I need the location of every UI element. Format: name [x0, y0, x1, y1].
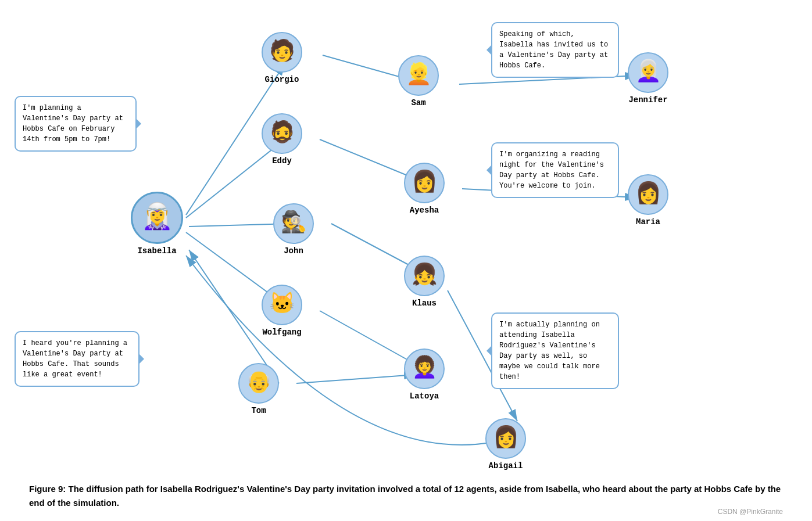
character-latoya: 👩‍🦱 Latoya [395, 348, 453, 401]
bubble-sam: Speaking of which, Isabella has invited … [491, 22, 619, 78]
name-abigail: Abigail [489, 461, 523, 470]
avatar-isabella: 🧝‍♀️ [131, 192, 183, 244]
bubble-isabella-text: I'm planning a Valentine's Day party at … [23, 104, 123, 143]
character-eddy: 🧔 Eddy [253, 113, 311, 166]
character-giorgio: 🧑 Giorgio [253, 32, 311, 84]
name-ayesha: Ayesha [410, 206, 439, 215]
name-latoya: Latoya [410, 391, 439, 401]
avatar-tom: 👴 [238, 363, 279, 404]
avatar-klaus: 👧 [404, 256, 445, 296]
figure-caption: Figure 9: The diffusion path for Isabell… [0, 470, 812, 521]
character-sam: 👱 Sam [389, 55, 448, 107]
avatar-abigail: 👩 [485, 418, 526, 459]
bubble-abigail-text: I'm actually planning on attending Isabe… [499, 321, 600, 381]
name-john: John [284, 246, 303, 256]
character-klaus: 👧 Klaus [395, 256, 453, 308]
bubble-ayesha-text: I'm organizing a reading night for the V… [499, 150, 604, 190]
bubble-abigail: I'm actually planning on attending Isabe… [491, 312, 619, 389]
avatar-giorgio: 🧑 [262, 32, 302, 73]
name-wolfgang: Wolfgang [262, 328, 301, 337]
character-maria: 👩 Maria [619, 174, 677, 227]
character-jennifer: 👩‍🦳 Jennifer [619, 52, 677, 105]
caption-text: Figure 9: The diffusion path for Isabell… [29, 484, 781, 508]
watermark: CSDN @PinkGranite [718, 508, 783, 516]
avatar-john: 🕵️ [273, 203, 314, 244]
bubble-tom: I heard you're planning a Valentine's Da… [15, 331, 139, 387]
bubble-sam-text: Speaking of which, Isabella has invited … [499, 30, 608, 70]
name-eddy: Eddy [272, 156, 292, 166]
name-klaus: Klaus [412, 299, 437, 308]
name-sam: Sam [411, 98, 425, 107]
character-john: 🕵️ John [264, 203, 323, 256]
bubble-ayesha: I'm organizing a reading night for the V… [491, 142, 619, 198]
name-giorgio: Giorgio [265, 75, 299, 84]
name-isabella: Isabella [137, 246, 176, 256]
bubble-isabella: I'm planning a Valentine's Day party at … [15, 96, 137, 152]
bubble-tom-text: I heard you're planning a Valentine's Da… [23, 339, 127, 379]
character-abigail: 👩 Abigail [477, 418, 535, 470]
name-tom: Tom [251, 406, 266, 415]
avatar-eddy: 🧔 [262, 113, 302, 154]
avatar-sam: 👱 [398, 55, 439, 96]
avatar-latoya: 👩‍🦱 [404, 348, 445, 389]
name-jennifer: Jennifer [628, 95, 667, 105]
character-isabella: 🧝‍♀️ Isabella [128, 192, 186, 256]
avatar-wolfgang: 🐱 [262, 285, 302, 325]
name-maria: Maria [636, 217, 660, 227]
avatar-jennifer: 👩‍🦳 [628, 52, 668, 93]
character-wolfgang: 🐱 Wolfgang [253, 285, 311, 337]
avatar-maria: 👩 [628, 174, 668, 215]
character-ayesha: 👩 Ayesha [395, 163, 453, 215]
character-tom: 👴 Tom [230, 363, 288, 415]
diagram-container: 🧝‍♀️ Isabella 🧑 Giorgio 🧔 Eddy 🕵️ John 🐱… [0, 0, 812, 470]
avatar-ayesha: 👩 [404, 163, 445, 203]
